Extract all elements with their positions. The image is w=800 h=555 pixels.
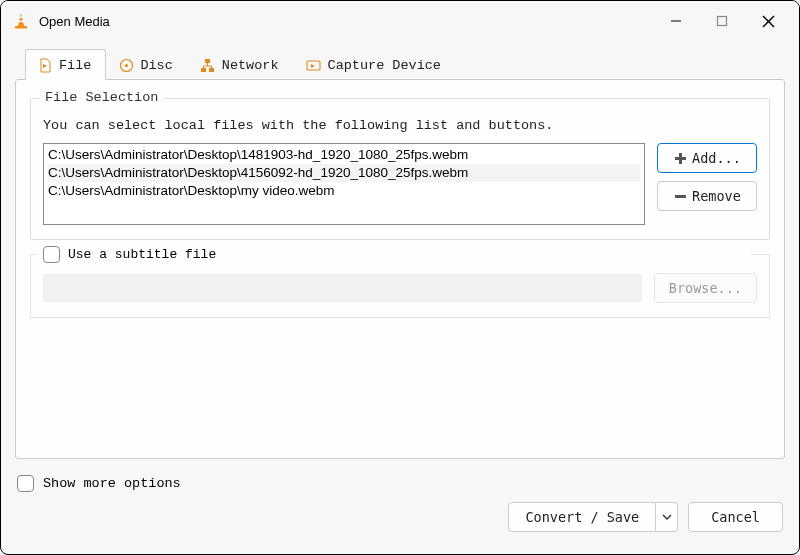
- cancel-button[interactable]: Cancel: [688, 502, 783, 532]
- plus-icon: [673, 151, 687, 165]
- footer: Convert / Save Cancel: [1, 502, 799, 542]
- svg-rect-1: [18, 21, 23, 23]
- file-selection-group: File Selection You can select local file…: [30, 98, 770, 240]
- minus-icon: [673, 189, 687, 203]
- list-item[interactable]: C:\Users\Administrator\Desktop\my video.…: [48, 182, 640, 200]
- convert-save-dropdown[interactable]: [656, 502, 678, 532]
- tabstrip: File Disc Network Capture Device: [25, 49, 785, 80]
- svg-rect-4: [718, 17, 727, 26]
- tab-network[interactable]: Network: [188, 49, 294, 80]
- close-button[interactable]: [745, 1, 791, 41]
- tab-file-label: File: [59, 58, 91, 73]
- subtitle-path-input[interactable]: [43, 274, 642, 302]
- tab-panel-file: File Selection You can select local file…: [15, 79, 785, 459]
- svg-rect-9: [205, 59, 210, 63]
- convert-save-button[interactable]: Convert / Save: [508, 502, 656, 532]
- show-more-checkbox[interactable]: [17, 475, 34, 492]
- file-selection-desc: You can select local files with the foll…: [43, 118, 757, 133]
- tab-capture-label: Capture Device: [328, 58, 441, 73]
- file-list[interactable]: C:\Users\Administrator\Desktop\1481903-h…: [43, 143, 645, 225]
- subtitle-label: Use a subtitle file: [68, 247, 216, 262]
- vlc-cone-icon: [11, 11, 31, 31]
- tab-disc[interactable]: Disc: [106, 49, 187, 80]
- show-more-label: Show more options: [43, 476, 181, 491]
- svg-point-8: [125, 63, 128, 66]
- add-button[interactable]: Add...: [657, 143, 757, 173]
- network-icon: [200, 57, 216, 73]
- list-item[interactable]: C:\Users\Administrator\Desktop\1481903-h…: [48, 146, 640, 164]
- browse-button[interactable]: Browse...: [654, 273, 757, 303]
- remove-button[interactable]: Remove: [657, 181, 757, 211]
- tab-network-label: Network: [222, 58, 279, 73]
- capture-icon: [306, 57, 322, 73]
- svg-rect-2: [15, 26, 27, 29]
- file-icon: [37, 57, 53, 73]
- content-area: File Disc Network Capture Device File Se…: [1, 41, 799, 469]
- titlebar: Open Media: [1, 1, 799, 41]
- subtitle-group: Use a subtitle file Browse...: [30, 254, 770, 318]
- svg-rect-0: [19, 17, 23, 19]
- minimize-button[interactable]: [653, 1, 699, 41]
- convert-save-split: Convert / Save: [508, 502, 678, 532]
- svg-rect-10: [201, 68, 206, 72]
- window-controls: [653, 1, 791, 41]
- tab-disc-label: Disc: [140, 58, 172, 73]
- show-more-row: Show more options: [1, 469, 799, 502]
- tab-capture[interactable]: Capture Device: [294, 49, 456, 80]
- window-title: Open Media: [39, 14, 653, 29]
- subtitle-checkbox[interactable]: [43, 246, 60, 263]
- add-button-label: Add...: [692, 150, 741, 166]
- remove-button-label: Remove: [692, 188, 741, 204]
- maximize-button[interactable]: [699, 1, 745, 41]
- disc-icon: [118, 57, 134, 73]
- tab-file[interactable]: File: [25, 49, 106, 80]
- chevron-down-icon: [662, 512, 672, 522]
- svg-rect-11: [209, 68, 214, 72]
- file-selection-legend: File Selection: [39, 90, 164, 105]
- list-item[interactable]: C:\Users\Administrator\Desktop\4156092-h…: [48, 164, 640, 182]
